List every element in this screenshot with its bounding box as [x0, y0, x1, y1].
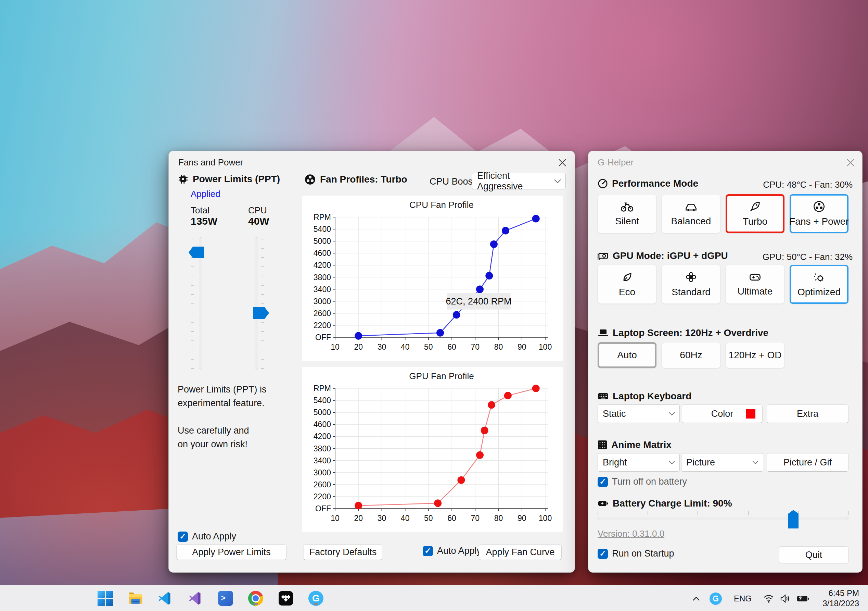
g-helper-window: G-Helper Performance Mode CPU: 48°C - Fa…: [588, 151, 863, 573]
battery-limit-slider-thumb[interactable]: [788, 510, 798, 529]
cpu-power-slider[interactable]: [255, 237, 258, 370]
svg-text:70: 70: [471, 342, 480, 351]
cpu-fan-chart-panel: CPU Fan ProfileOFF2200260030003400380042…: [302, 196, 563, 361]
battery-limit-slider[interactable]: [598, 517, 848, 520]
applied-link[interactable]: Applied: [191, 189, 220, 199]
checkbox-check-icon: ✓: [598, 549, 608, 559]
tray-chevron-up-icon[interactable]: [690, 594, 702, 604]
svg-text:5000: 5000: [313, 408, 331, 417]
fan-auto-apply-checkbox[interactable]: ✓ Auto Apply: [423, 546, 481, 556]
tray-g-helper-icon[interactable]: G: [709, 592, 722, 605]
keyboard-extra-button[interactable]: Extra: [767, 404, 848, 423]
gpu-ultimate-button[interactable]: Ultimate: [725, 265, 784, 304]
matrix-brightness-value: Bright: [603, 457, 627, 468]
screen-auto-button[interactable]: Auto: [598, 342, 656, 368]
tidal-icon[interactable]: [277, 590, 294, 606]
version-link[interactable]: Version: 0.31.0.0: [598, 529, 664, 539]
terminal-icon[interactable]: >_: [217, 590, 234, 606]
quit-button[interactable]: Quit: [779, 546, 848, 563]
visual-studio-icon[interactable]: [187, 590, 204, 606]
cpu-power-slider-thumb[interactable]: [253, 307, 269, 319]
gpu-standard-button[interactable]: Standard: [662, 265, 721, 304]
power-limits-header: Power Limits (PPT): [178, 174, 280, 185]
warning-line: on your own risk!: [178, 437, 267, 451]
performance-mode-heading: Performance Mode: [612, 178, 698, 189]
mode-label: 120Hz + OD: [729, 350, 782, 361]
svg-text:50: 50: [424, 514, 433, 522]
window-title: Fans and Power: [178, 157, 243, 168]
close-icon[interactable]: [555, 156, 570, 169]
power-auto-apply-checkbox[interactable]: ✓ Auto Apply: [178, 531, 236, 542]
svg-text:40: 40: [401, 342, 410, 351]
svg-text:100: 100: [539, 514, 552, 522]
svg-text:20: 20: [354, 342, 363, 351]
language-indicator[interactable]: ENG: [732, 594, 754, 604]
svg-text:3000: 3000: [313, 468, 331, 477]
cpu-label: CPU: [248, 205, 267, 216]
apply-fan-curve-button[interactable]: Apply Fan Curve: [479, 544, 562, 560]
mode-label: Balanced: [671, 216, 711, 227]
color-swatch: [746, 409, 755, 418]
close-icon[interactable]: [843, 156, 858, 169]
matrix-picture-gif-button[interactable]: Picture / Gif: [767, 453, 848, 472]
svg-text:4600: 4600: [313, 249, 331, 258]
speedometer-icon: [598, 179, 608, 189]
laptop-keyboard-header: Laptop Keyboard: [598, 391, 691, 402]
ppt-warning-text: Power Limits (PPT) is experimental featu…: [178, 382, 267, 451]
battery-charging-icon[interactable]: [795, 593, 811, 605]
tray-clock[interactable]: 6:45 PM 3/18/2023: [823, 588, 859, 609]
svg-text:RPM: RPM: [313, 213, 331, 222]
tray-time: 6:45 PM: [823, 588, 859, 599]
taskbar: >_ G G ENG: [0, 585, 868, 611]
performance-mode-header: Performance Mode: [598, 178, 698, 189]
car-icon: [685, 201, 698, 212]
mode-label: Ultimate: [738, 286, 773, 297]
keyboard-icon: [598, 392, 609, 401]
matrix-battery-checkbox[interactable]: ✓ Turn off on battery: [598, 476, 687, 487]
cpu-boost-select[interactable]: Efficient Aggressive: [472, 173, 566, 190]
mode-silent-button[interactable]: Silent: [598, 194, 656, 233]
mode-balanced-button[interactable]: Balanced: [662, 194, 721, 233]
laptop-screen-header: Laptop Screen: 120Hz + Overdrive: [598, 327, 769, 338]
svg-text:3800: 3800: [313, 273, 331, 282]
svg-text:2200: 2200: [313, 492, 331, 501]
gamepad-icon: [749, 272, 761, 283]
apply-power-limits-button[interactable]: Apply Power Limits: [176, 544, 287, 560]
cpu-fan-chart[interactable]: CPU Fan ProfileOFF2200260030003400380042…: [302, 196, 563, 361]
svg-text:5400: 5400: [313, 225, 331, 233]
mode-turbo-button[interactable]: Turbo: [725, 194, 784, 233]
volume-icon[interactable]: [778, 593, 793, 605]
gpu-eco-button[interactable]: Eco: [598, 265, 656, 304]
run-on-startup-checkbox[interactable]: ✓ Run on Startup: [598, 548, 674, 559]
matrix-grid-icon: [598, 440, 607, 450]
svg-text:2200: 2200: [313, 321, 331, 330]
file-explorer-icon[interactable]: [127, 590, 143, 606]
mode-fans-power-button[interactable]: Fans + Power: [790, 194, 848, 233]
g-helper-icon[interactable]: G: [308, 590, 324, 606]
chevron-down-icon: [752, 460, 759, 465]
keyboard-color-button[interactable]: Color: [682, 404, 763, 423]
gpu-fan-chart-panel: GPU Fan ProfileOFF2200260030003400380042…: [302, 367, 563, 532]
svg-text:OFF: OFF: [315, 333, 331, 342]
keyboard-mode-select[interactable]: Static: [598, 404, 680, 423]
matrix-mode-select[interactable]: Picture: [681, 453, 763, 472]
screen-60hz-button[interactable]: 60Hz: [662, 342, 721, 368]
chevron-down-icon: [668, 412, 675, 416]
factory-defaults-button[interactable]: Factory Defaults: [304, 544, 382, 560]
svg-text:GPU Fan Profile: GPU Fan Profile: [409, 371, 474, 381]
gpu-optimized-button[interactable]: Optimized: [790, 265, 848, 304]
screen-120hz-od-button[interactable]: 120Hz + OD: [725, 342, 784, 368]
checkbox-check-icon: ✓: [423, 546, 433, 556]
mode-label: Turbo: [743, 216, 767, 227]
fan-icon: [813, 201, 825, 213]
wifi-icon[interactable]: [762, 593, 776, 605]
svg-text:70: 70: [471, 514, 480, 522]
svg-text:3400: 3400: [313, 285, 331, 294]
vscode-icon[interactable]: [157, 590, 174, 606]
chrome-icon[interactable]: [248, 590, 264, 606]
cpu-boost-value: Efficient Aggressive: [477, 171, 550, 192]
start-button[interactable]: [97, 590, 113, 606]
total-power-slider-thumb[interactable]: [189, 247, 205, 258]
gpu-fan-chart[interactable]: GPU Fan ProfileOFF2200260030003400380042…: [302, 367, 563, 532]
matrix-brightness-select[interactable]: Bright: [598, 453, 680, 472]
